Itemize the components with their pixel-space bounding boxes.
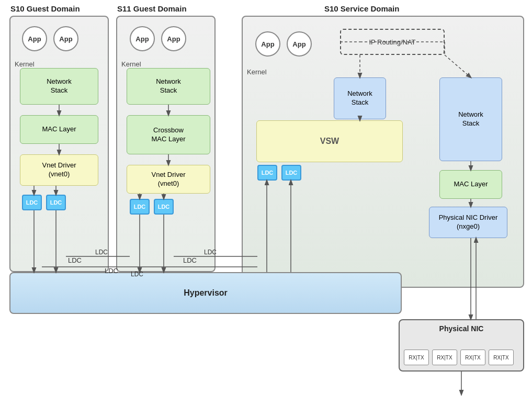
s11-vnet-driver: Vnet Driver (vnet0) <box>127 165 210 194</box>
ldc-label-2: LDC <box>183 256 197 264</box>
s10-ldc1: LDC <box>22 195 42 210</box>
service-network-stack-left: Network Stack <box>334 77 386 119</box>
ldc-label-3: LDC <box>105 267 118 275</box>
service-app1: App <box>255 31 280 57</box>
rx-tx-2: RX|TX <box>432 350 457 365</box>
rx-tx-1: RX|TX <box>404 350 429 365</box>
service-ldc1: LDC <box>257 165 277 181</box>
hypervisor-box: Hypervisor <box>9 272 402 314</box>
s10-kernel-label: Kernel <box>15 60 35 68</box>
diagram: S10 Guest Domain S11 Guest Domain S10 Se… <box>0 0 532 405</box>
s10-guest-domain-box <box>9 16 109 272</box>
s10-app1: App <box>22 26 47 51</box>
service-mac-layer: MAC Layer <box>439 170 502 199</box>
s10-service-label: S10 Service Domain <box>324 4 399 13</box>
service-app2: App <box>287 31 312 57</box>
s10-app2: App <box>53 26 78 51</box>
hypervisor-label: Hypervisor <box>184 288 228 298</box>
s11-app1: App <box>130 26 155 51</box>
s11-guest-label: S11 Guest Domain <box>117 4 187 13</box>
physical-nic-box: Physical NIC RX|TX RX|TX RX|TX RX|TX <box>399 319 524 372</box>
s10-guest-label: S10 Guest Domain <box>10 4 80 13</box>
s11-crossbow-mac: Crossbow MAC Layer <box>127 115 210 154</box>
s10-ldc2: LDC <box>46 195 66 210</box>
s11-ldc1: LDC <box>130 199 150 215</box>
s11-network-stack: Network Stack <box>127 68 210 105</box>
ldc-label-1: LDC <box>68 256 82 264</box>
s10-mac-layer: MAC Layer <box>20 115 98 144</box>
service-network-stack-right: Network Stack <box>439 77 502 161</box>
ip-routing-box: IP Routing/NAT <box>340 29 445 55</box>
s10-network-stack: Network Stack <box>20 68 98 105</box>
s11-app2: App <box>161 26 186 51</box>
s10-vnet-driver: Vnet Driver (vnet0) <box>20 154 98 186</box>
s11-kernel-label: Kernel <box>121 60 141 68</box>
service-vsw: VSW <box>256 120 403 162</box>
service-nic-driver: Physical NIC Driver (nxge0) <box>429 207 507 238</box>
rx-tx-4: RX|TX <box>489 350 514 365</box>
service-kernel-label: Kernel <box>247 68 267 76</box>
rx-tx-row: RX|TX RX|TX RX|TX RX|TX <box>404 350 514 365</box>
physical-nic-label: Physical NIC <box>400 324 523 333</box>
s11-ldc2: LDC <box>154 199 174 215</box>
rx-tx-3: RX|TX <box>460 350 485 365</box>
service-ldc2: LDC <box>281 165 301 181</box>
